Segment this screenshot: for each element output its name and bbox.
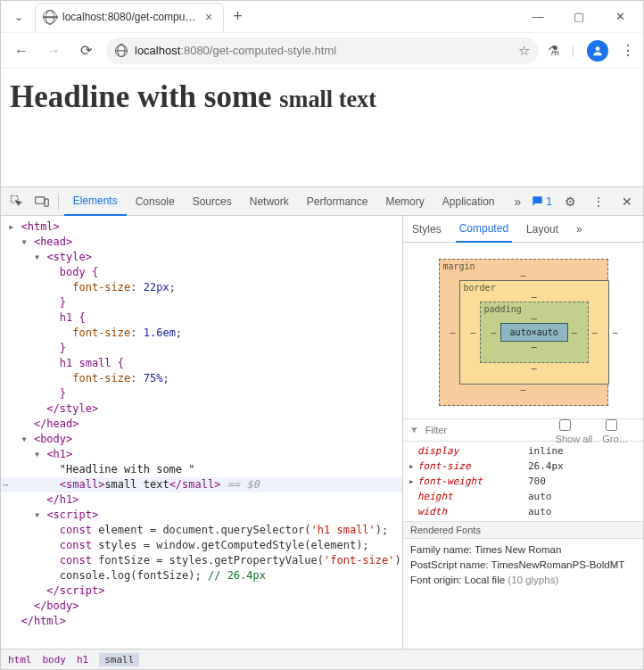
show-all-toggle[interactable]: Show all [556, 417, 598, 444]
computed-prop-display[interactable]: displayinline [409, 443, 638, 459]
dom-line[interactable]: ⋯ <small>small text</small> == $0 [1, 477, 402, 492]
breadcrumb[interactable]: htmlbodyh1small [1, 649, 643, 669]
devtools-menu[interactable]: ⋮ [588, 191, 609, 212]
tab-title: localhost:8080/get-computed-s [62, 11, 196, 23]
dom-line[interactable]: const element = document.querySelector('… [1, 523, 402, 538]
dom-line[interactable]: </script> [1, 583, 402, 599]
svg-point-0 [596, 46, 600, 51]
settings-icon[interactable]: ⚙ [559, 191, 581, 212]
inspect-icon[interactable] [6, 191, 28, 212]
devtools-tab-memory[interactable]: Memory [376, 187, 433, 216]
dom-line[interactable]: ▾ <head> [1, 235, 402, 250]
computed-prop-height[interactable]: heightauto [409, 489, 638, 504]
labs-icon[interactable]: ⚗ [548, 43, 559, 59]
dom-line[interactable]: ▸ <html> [1, 219, 402, 235]
svg-rect-3 [45, 199, 48, 206]
devtools-tab-console[interactable]: Console [127, 187, 184, 216]
crumb-html[interactable]: html [8, 654, 32, 666]
group-toggle[interactable]: Gro… [602, 417, 636, 444]
window-minimize[interactable]: — [525, 10, 550, 23]
dom-line[interactable]: </head> [1, 417, 402, 432]
crumb-h1[interactable]: h1 [77, 654, 88, 666]
new-tab-button[interactable]: + [224, 7, 252, 26]
rendered-fonts: Rendered Fonts Family name: Times New Ro… [403, 521, 643, 591]
url-text: localhost:8080/get-computed-style.html [135, 44, 511, 57]
side-tabbar: StylesComputedLayout» [403, 216, 643, 243]
more-tabs-icon[interactable]: » [508, 191, 529, 212]
box-model[interactable]: margin – – border – – padding [403, 243, 643, 418]
device-mode-icon[interactable] [31, 191, 53, 212]
issues-badge[interactable]: 1 [532, 195, 552, 208]
dom-line[interactable]: } [1, 341, 402, 356]
side-tab-computed[interactable]: Computed [456, 216, 512, 243]
dom-line[interactable]: console.log(fontSize); // 26.4px [1, 568, 402, 583]
address-bar: ← → ⟳ localhost:8080/get-computed-style.… [1, 33, 643, 69]
dom-line[interactable]: ▾ <script> [1, 508, 402, 523]
box-border-label: border [464, 283, 496, 293]
side-more-tabs[interactable]: » [573, 216, 586, 243]
dom-line[interactable]: h1 { [1, 310, 402, 326]
devtools-tab-application[interactable]: Application [433, 187, 504, 216]
box-margin-label: margin [443, 261, 475, 271]
reload-button[interactable]: ⟳ [74, 39, 97, 62]
page-viewport: Headline with some small text [1, 69, 643, 186]
side-tab-styles[interactable]: Styles [409, 216, 445, 243]
dom-line[interactable]: const styles = window.getComputedStyle(e… [1, 538, 402, 553]
back-button[interactable]: ← [10, 39, 33, 62]
dom-line[interactable]: ▾ <style> [1, 250, 402, 265]
tab-dropdown[interactable]: ⌄ [8, 6, 29, 28]
browser-tab[interactable]: localhost:8080/get-computed-s × [35, 3, 224, 31]
dom-line[interactable]: h1 small { [1, 356, 402, 371]
filter-icon [410, 425, 418, 435]
dom-line[interactable]: ▾ <h1> [1, 447, 402, 462]
dom-line[interactable]: font-size: 1.6em; [1, 326, 402, 341]
dom-line[interactable]: font-size: 22px; [1, 280, 402, 295]
browser-menu[interactable]: ⋮ [621, 42, 634, 59]
elements-tree[interactable]: ▸ <html> ▾ <head> ▾ <style> body { font-… [1, 216, 402, 649]
dom-line[interactable]: } [1, 295, 402, 310]
computed-properties[interactable]: displayinlinefont-size26.4pxfont-weight7… [403, 442, 643, 521]
dom-line[interactable]: "Headline with some " [1, 462, 402, 477]
computed-filter-row: Show all Gro… [403, 418, 643, 442]
filter-input[interactable] [424, 424, 550, 436]
window-maximize[interactable]: ▢ [566, 10, 591, 23]
globe-icon [43, 10, 57, 24]
crumb-small[interactable]: small [99, 653, 139, 666]
dom-line[interactable]: const fontSize = styles.getPropertyValue… [1, 553, 402, 568]
devtools-tabbar: ElementsConsoleSourcesNetworkPerformance… [1, 187, 643, 216]
computed-prop-font-weight[interactable]: font-weight700 [409, 474, 638, 489]
profile-avatar[interactable] [587, 40, 608, 62]
devtools-close-icon[interactable]: ✕ [616, 191, 638, 212]
url-box[interactable]: localhost:8080/get-computed-style.html ☆ [106, 37, 539, 64]
dom-line[interactable]: </html> [1, 614, 402, 629]
window-close[interactable]: ✕ [607, 10, 632, 23]
box-padding-label: padding [484, 304, 522, 314]
box-content: auto×auto [500, 323, 568, 342]
bookmark-icon[interactable]: ☆ [518, 43, 530, 59]
forward-button[interactable]: → [42, 39, 65, 62]
computed-prop-width[interactable]: widthauto [409, 504, 638, 519]
dom-line[interactable]: font-size: 75%; [1, 371, 402, 386]
devtools-tab-performance[interactable]: Performance [298, 187, 377, 216]
dom-line[interactable]: </style> [1, 401, 402, 417]
devtools-tab-network[interactable]: Network [241, 187, 298, 216]
close-tab-icon[interactable]: × [202, 10, 216, 24]
titlebar: ⌄ localhost:8080/get-computed-s × + — ▢ … [1, 1, 643, 33]
dom-line[interactable]: </h1> [1, 492, 402, 508]
dom-line[interactable]: body { [1, 265, 402, 280]
svg-rect-2 [35, 196, 44, 203]
page-heading: Headline with some small text [10, 79, 634, 115]
dom-line[interactable]: } [1, 386, 402, 401]
devtools-tab-sources[interactable]: Sources [184, 187, 241, 216]
dom-line[interactable]: </body> [1, 599, 402, 614]
crumb-body[interactable]: body [43, 654, 67, 666]
devtools: ElementsConsoleSourcesNetworkPerformance… [1, 186, 643, 669]
side-tab-layout[interactable]: Layout [523, 216, 562, 243]
dom-line[interactable]: ▾ <body> [1, 432, 402, 447]
rendered-fonts-header: Rendered Fonts [403, 522, 643, 539]
styles-side-pane: StylesComputedLayout» margin – – border … [402, 216, 643, 649]
site-info-icon[interactable] [115, 45, 128, 57]
computed-prop-font-size[interactable]: font-size26.4px [409, 459, 638, 474]
devtools-tab-elements[interactable]: Elements [64, 187, 127, 216]
